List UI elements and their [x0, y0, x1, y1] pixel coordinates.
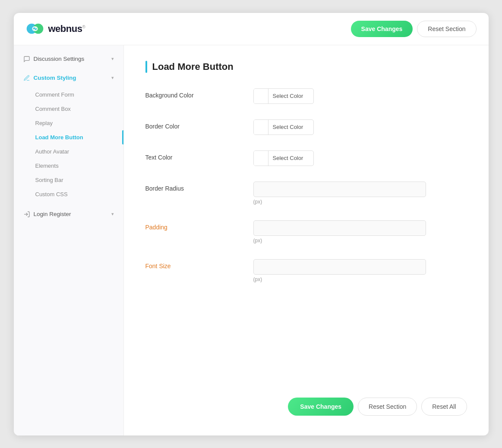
sidebar-section-custom-styling: Custom Styling ▾ Comment Form Comment Bo…	[14, 69, 123, 205]
comment-icon	[23, 56, 30, 63]
sidebar-label-discussion: Discussion Settings	[34, 56, 85, 62]
form-row-font-size: Font Size (px)	[145, 259, 467, 282]
sidebar-label-login-register: Login Register	[34, 211, 71, 217]
sidebar-section-discussion: Discussion Settings ▾	[14, 50, 123, 69]
sidebar-item-load-more-button[interactable]: Load More Button	[14, 130, 123, 144]
control-background-color: Select Color	[253, 88, 426, 104]
webnus-logo-icon	[26, 22, 44, 35]
chevron-login-register-icon: ▾	[111, 211, 114, 217]
color-picker-border[interactable]: Select Color	[253, 119, 314, 135]
color-picker-background[interactable]: Select Color	[253, 88, 314, 104]
label-background-color: Background Color	[145, 88, 240, 99]
sidebar: Discussion Settings ▾ Custom Styling ▾	[14, 45, 124, 435]
sidebar-item-login-register[interactable]: Login Register ▾	[14, 205, 123, 224]
form-row-border-color: Border Color Select Color	[145, 119, 467, 135]
sidebar-item-custom-css[interactable]: Custom CSS	[14, 187, 123, 201]
sidebar-item-replay[interactable]: Replay	[14, 116, 123, 130]
header-save-button[interactable]: Save Changes	[351, 21, 413, 37]
label-border-color: Border Color	[145, 119, 240, 130]
sidebar-item-sorting-bar[interactable]: Sorting Bar	[14, 173, 123, 187]
chevron-discussion-icon: ▾	[111, 56, 114, 62]
color-swatch-text	[254, 151, 268, 166]
header-reset-button[interactable]: Reset Section	[417, 21, 476, 37]
input-border-radius[interactable]	[253, 182, 426, 197]
control-text-color: Select Color	[253, 150, 426, 166]
header: webnus® Save Changes Reset Section	[14, 13, 489, 45]
footer-buttons: Save Changes Reset Section Reset All	[145, 380, 467, 420]
page-title: Load More Button	[145, 61, 467, 73]
control-font-size: (px)	[253, 259, 426, 282]
logo-text: webnus®	[48, 23, 85, 34]
header-buttons: Save Changes Reset Section	[351, 21, 477, 37]
color-label-background: Select Color	[268, 93, 308, 99]
label-padding: Padding	[145, 220, 240, 231]
form-row-background-color: Background Color Select Color	[145, 88, 467, 104]
color-picker-text[interactable]: Select Color	[253, 150, 314, 166]
sidebar-sub-items-custom-styling: Comment Form Comment Box Replay Load Mor…	[14, 88, 123, 205]
sidebar-label-custom-styling: Custom Styling	[34, 75, 76, 81]
sidebar-item-custom-styling[interactable]: Custom Styling ▾	[14, 69, 123, 88]
sidebar-item-comment-form[interactable]: Comment Form	[14, 88, 123, 102]
form-row-padding: Padding (px)	[145, 220, 467, 244]
input-font-size[interactable]	[253, 259, 426, 275]
color-label-text: Select Color	[268, 155, 308, 161]
sidebar-section-login-register: Login Register ▾	[14, 205, 123, 224]
body-layout: Discussion Settings ▾ Custom Styling ▾	[14, 45, 489, 435]
sidebar-item-comment-box[interactable]: Comment Box	[14, 102, 123, 116]
logo-area: webnus®	[26, 22, 85, 35]
label-text-color: Text Color	[145, 150, 240, 161]
sidebar-item-author-avatar[interactable]: Author Avatar	[14, 144, 123, 159]
app-container: webnus® Save Changes Reset Section Discu…	[14, 13, 489, 435]
color-label-border: Select Color	[268, 124, 308, 130]
label-border-radius: Border Radius	[145, 182, 240, 192]
color-swatch-background	[254, 89, 268, 103]
label-font-size: Font Size	[145, 259, 240, 269]
sidebar-item-elements[interactable]: Elements	[14, 159, 123, 173]
footer-save-button[interactable]: Save Changes	[288, 398, 354, 416]
unit-font-size: (px)	[253, 276, 426, 282]
main-content: Load More Button Background Color Select…	[124, 45, 489, 435]
control-padding: (px)	[253, 220, 426, 244]
control-border-radius: (px)	[253, 182, 426, 205]
footer-reset-section-button[interactable]: Reset Section	[358, 398, 417, 416]
brush-icon	[23, 75, 30, 81]
form-row-text-color: Text Color Select Color	[145, 150, 467, 166]
title-bar-accent	[145, 61, 147, 73]
unit-border-radius: (px)	[253, 199, 426, 205]
input-padding[interactable]	[253, 220, 426, 236]
unit-padding: (px)	[253, 238, 426, 244]
login-icon	[23, 211, 30, 218]
control-border-color: Select Color	[253, 119, 426, 135]
color-swatch-border	[254, 120, 268, 135]
chevron-custom-styling-icon: ▾	[111, 75, 114, 81]
sidebar-item-discussion-settings[interactable]: Discussion Settings ▾	[14, 50, 123, 69]
footer-reset-all-button[interactable]: Reset All	[421, 398, 467, 416]
form-row-border-radius: Border Radius (px)	[145, 182, 467, 205]
